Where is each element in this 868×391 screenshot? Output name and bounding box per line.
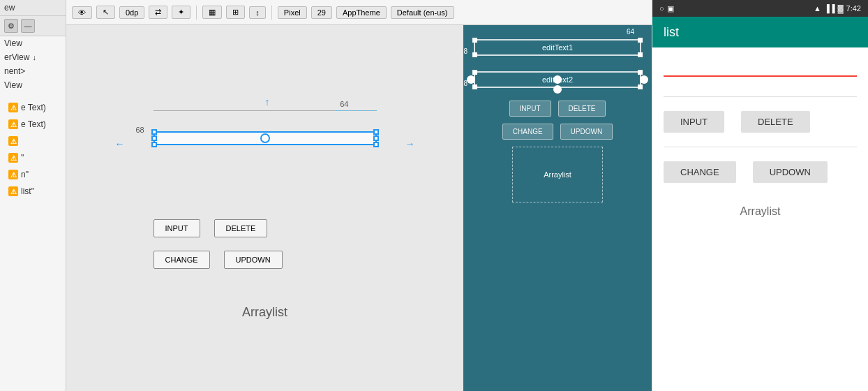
warning-item-3[interactable]: ⚠ [4,134,61,148]
preview-updown-btn[interactable]: UPDOWN [560,124,613,140]
arrow-right-1: → [405,138,415,149]
warning-item-1[interactable]: ⚠ e Text) [4,101,61,115]
locale-label: Default (en-us) [397,8,448,17]
handle-bl[interactable] [151,142,157,147]
left-item-view2[interactable]: View [0,78,66,92]
pv2-bottom-circle [553,85,562,94]
preview-delete-btn[interactable]: DELETE [558,101,606,117]
design-arraylist-label: Arraylist [147,305,384,320]
preview-canvas: editText1 68 64 ← → editText2 [463,25,652,391]
wifi-icon: ▲ [814,4,821,13]
arrow-left-1: ← [115,138,125,149]
guide-line-dash [335,110,377,111]
phone-delete-btn[interactable]: DELETE [741,111,810,133]
preview-edittext1-area: editText1 68 64 ← → [474,39,641,56]
apptheme-btn[interactable]: AppTheme [336,6,387,19]
left-panel: ew ⚙ — View erView ↓ nent> View ⚠ e Text… [0,0,66,391]
handle-mr[interactable] [373,135,379,141]
left-item-erview[interactable]: erView ↓ [0,50,66,64]
magic-btn[interactable]: ✦ [172,6,190,19]
pv2-handle-bl [472,84,477,89]
circle-icon-1: ○ [659,4,664,13]
pv-center-handle [553,75,562,84]
left-item-view2-label: View [4,80,22,90]
left-item-view[interactable]: View [0,36,66,50]
locale-btn[interactable]: Default (en-us) [391,6,454,19]
dim-68-1: 68 [136,126,144,134]
pv-handle-bl [472,52,477,57]
warning-label-5: n" [21,170,29,179]
warning-item-2[interactable]: ⚠ e Text) [4,117,61,131]
warning-icon-3: ⚠ [8,136,18,146]
design-change-btn[interactable]: CHANGE [154,251,210,269]
signal-icon: ▐▐ [824,4,835,13]
design-delete-btn[interactable]: DELETE [214,219,268,237]
warning-icon-1: ⚠ [8,103,18,112]
design-updown-btn[interactable]: UPDOWN [224,251,283,269]
apptheme-label: AppTheme [343,8,380,17]
edittext1-area[interactable]: 64 68 [154,131,377,145]
warning-item-6[interactable]: ⚠ list" [4,184,61,198]
preview-edittext2-area: editText2 68 ← → [474,71,641,88]
warning-item-5[interactable]: ⚠ n" [4,168,61,182]
spacing-btn[interactable]: ↕ [249,6,266,19]
pv-handle-br [638,52,643,57]
preview-change-btn[interactable]: CHANGE [502,124,553,140]
handle-tr[interactable] [373,129,379,135]
warning-label-4: " [21,153,24,163]
pv2-handle-tl [472,70,477,75]
warning-label-1: e Text) [21,103,46,112]
phone-change-btn[interactable]: CHANGE [664,161,736,183]
minimize-icon[interactable]: — [21,19,35,33]
pv-handle-tr [638,38,643,43]
phone-text-input[interactable] [664,59,857,77]
preview-btn-row-1: INPUT DELETE [474,101,641,117]
divider-2 [271,6,272,20]
preview-input-btn[interactable]: INPUT [509,101,551,117]
preview-edittext1-box[interactable]: editText1 [474,39,641,56]
warning-label-2: e Text) [21,119,46,129]
pv2-left-circle [467,75,475,84]
phone-input-field[interactable] [664,59,857,82]
square-icon: ▣ [667,4,674,13]
left-item-view-label: View [4,38,22,48]
pv-dim-64-1: 64 [627,28,634,36]
number-btn[interactable]: 29 [311,6,332,19]
pixel-btn[interactable]: Pixel [278,6,307,19]
left-icons-row: ⚙ — [0,16,66,36]
pv-dim-68-1: 68 [463,47,467,55]
cursor-btn[interactable]: ↖ [96,6,115,19]
left-item-erview-label: erView [4,52,29,62]
pv2-right-circle [640,75,648,84]
divider-1 [196,6,197,20]
arrow-up-1: ↑ [265,96,270,108]
phone-status-bar: ○ ▣ ▲ ▐▐ ▓ 7:42 [652,0,868,17]
preview-arraylist: Arraylist [512,147,603,202]
battery-icon: ▓ [838,4,844,13]
warning-label-6: list" [21,186,34,196]
preview-btn-row-2: CHANGE UPDOWN [474,124,641,140]
left-item-nent-label: nent> [4,66,25,76]
phone-updown-btn[interactable]: UPDOWN [753,161,828,183]
distribute-btn[interactable]: ⊞ [226,6,245,19]
main-panel: 👁 ↖ 0dp ⇄ ✦ ▦ ⊞ ↕ Pixel 29 AppTheme Defa… [66,0,652,391]
handle-br[interactable] [373,142,379,147]
gear-icon[interactable]: ⚙ [4,19,18,33]
design-input-btn[interactable]: INPUT [154,219,200,237]
download-icon: ↓ [32,53,36,61]
offset-input[interactable]: 0dp [119,6,144,19]
left-item-nent[interactable]: nent> [0,64,66,78]
transform-btn[interactable]: ⇄ [149,6,167,19]
handle-ml[interactable] [151,135,157,141]
handle-tl[interactable] [151,129,157,135]
time-display: 7:42 [846,4,861,13]
pixel-label: Pixel [284,8,301,17]
status-right-icons: ▲ ▐▐ ▓ 7:42 [814,4,861,13]
eye-btn[interactable]: 👁 [72,6,92,19]
warning-icon-2: ⚠ [8,119,18,129]
align-btn[interactable]: ▦ [202,6,222,19]
handle-center[interactable] [260,133,270,143]
phone-input-btn[interactable]: INPUT [664,111,724,133]
warning-item-4[interactable]: ⚠ " [4,151,61,165]
edittext1-selection[interactable] [154,131,377,145]
